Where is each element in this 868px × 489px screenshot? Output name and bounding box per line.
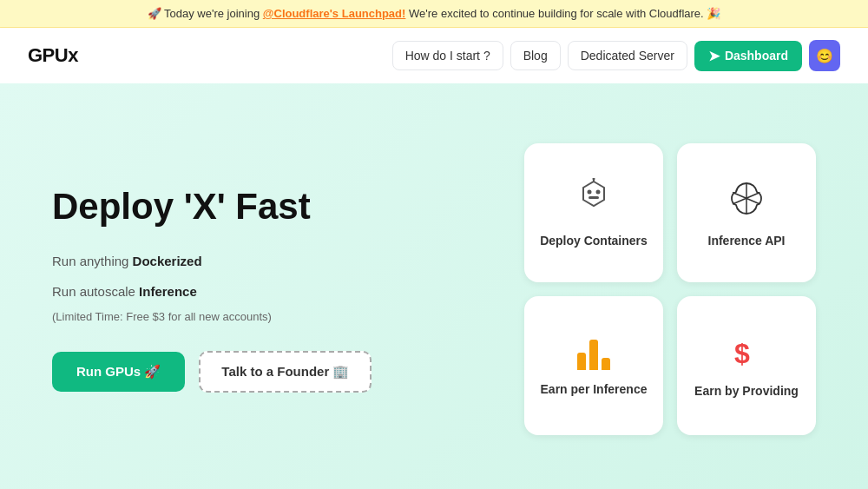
svg-rect-3 xyxy=(589,196,599,199)
inference-api-icon xyxy=(727,178,766,221)
blog-button[interactable]: Blog xyxy=(510,41,561,70)
announcement-text-before: 🚀 Today we're joining xyxy=(148,7,263,20)
inference-api-card[interactable]: Inference API xyxy=(677,143,816,282)
earn-per-inference-icon xyxy=(577,335,610,370)
subtitle-line2-bold: Inference xyxy=(139,284,197,299)
talk-to-founder-button[interactable]: Talk to a Founder 🏢 xyxy=(199,351,372,393)
subtitle-line1-prefix: Run anything xyxy=(52,254,133,268)
inference-api-label: Inference API xyxy=(708,234,786,248)
send-icon: ➤ xyxy=(708,48,720,64)
earn-by-providing-icon: $ xyxy=(727,334,766,372)
cards-grid: Deploy Containers Inference API xyxy=(524,143,816,435)
nav-links: How do I start ? Blog Dedicated Server ➤… xyxy=(392,40,840,71)
bar-3 xyxy=(602,358,610,370)
announcement-banner: 🚀 Today we're joining @Cloudflare's Laun… xyxy=(0,0,868,28)
avatar-icon: 😊 xyxy=(816,48,833,64)
logo[interactable]: GPUx xyxy=(28,44,78,67)
svg-text:$: $ xyxy=(734,338,750,369)
dashboard-button[interactable]: ➤ Dashboard xyxy=(694,41,802,71)
cards-section: Deploy Containers Inference API xyxy=(417,143,816,435)
main-content: Deploy 'X' Fast Run anything Dockerized … xyxy=(0,83,868,489)
dashboard-label: Dashboard xyxy=(725,49,788,63)
svg-marker-0 xyxy=(583,182,604,206)
cta-buttons: Run GPUs 🚀 Talk to a Founder 🏢 xyxy=(52,351,417,393)
bar-2 xyxy=(589,340,598,370)
deploy-containers-icon xyxy=(575,178,613,221)
announcement-text-after: We're excited to continue building for s… xyxy=(409,7,720,20)
run-gpus-button[interactable]: Run GPUs 🚀 xyxy=(52,352,185,392)
earn-by-providing-card[interactable]: $ Earn by Providing xyxy=(677,296,816,435)
dedicated-server-button[interactable]: Dedicated Server xyxy=(568,41,687,70)
hero-promo: (Limited Time: Free $3 for all new accou… xyxy=(52,310,417,323)
hero-title: Deploy 'X' Fast xyxy=(52,185,417,228)
hero-section: Deploy 'X' Fast Run anything Dockerized … xyxy=(52,185,417,393)
bar-1 xyxy=(577,353,586,370)
subtitle-line1-bold: Dockerized xyxy=(133,254,202,268)
svg-point-2 xyxy=(596,189,601,194)
how-to-start-label: How do I start ? xyxy=(405,49,490,63)
cloudflare-link[interactable]: @Cloudflare's Launchpad! xyxy=(263,7,406,20)
avatar-button[interactable]: 😊 xyxy=(809,40,840,71)
earn-per-inference-card[interactable]: Earn per Inference xyxy=(524,296,663,435)
deploy-containers-card[interactable]: Deploy Containers xyxy=(524,143,663,282)
svg-point-5 xyxy=(593,178,595,181)
earn-by-providing-label: Earn by Providing xyxy=(694,384,799,398)
svg-point-1 xyxy=(588,189,592,194)
hero-subtitle-line2: Run autoscale Inference xyxy=(52,280,417,303)
blog-label: Blog xyxy=(523,49,548,63)
navbar: GPUx How do I start ? Blog Dedicated Ser… xyxy=(0,28,868,83)
subtitle-line2-prefix: Run autoscale xyxy=(52,284,139,299)
hero-subtitle-line1: Run anything Dockerized xyxy=(52,249,417,273)
deploy-containers-label: Deploy Containers xyxy=(540,234,648,248)
dedicated-server-label: Dedicated Server xyxy=(581,49,674,63)
how-do-i-start-button[interactable]: How do I start ? xyxy=(392,41,503,70)
earn-per-inference-label: Earn per Inference xyxy=(541,382,648,396)
